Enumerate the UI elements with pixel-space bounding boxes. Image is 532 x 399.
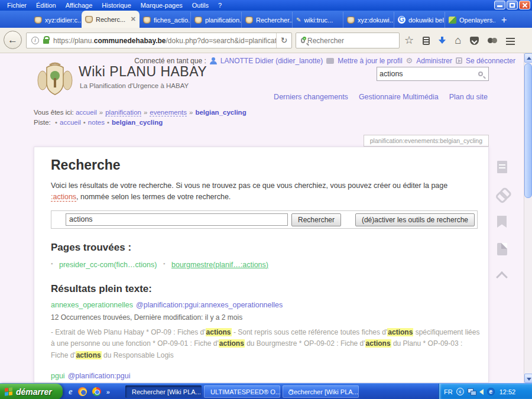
sitemap-link[interactable]: Plan du site bbox=[449, 93, 488, 101]
network-icon[interactable] bbox=[468, 388, 476, 395]
export-page-icon[interactable] bbox=[497, 161, 507, 173]
toolbar-icons: ☆ ⌂ bbox=[404, 33, 526, 48]
tab-close-icon[interactable]: ✕ bbox=[131, 15, 136, 23]
start-button[interactable]: démarrer bbox=[0, 384, 63, 399]
export-pdf-icon[interactable] bbox=[497, 243, 507, 255]
back-to-top-icon[interactable] bbox=[496, 271, 508, 283]
bullet-icon: ▪ bbox=[163, 260, 165, 268]
fulltext-heading: Résultats plein texte: bbox=[51, 283, 476, 295]
url-bar[interactable]: i https://planu.communedehabay.be/doku.p… bbox=[26, 33, 292, 48]
vertical-scrollbar[interactable] bbox=[524, 53, 532, 383]
crumb-evenements[interactable]: evenements bbox=[150, 109, 187, 116]
recent-changes-link[interactable]: Derniers changements bbox=[274, 93, 348, 101]
result-link-annexes[interactable]: annexes_operationnelles bbox=[51, 301, 133, 309]
firefox-icon[interactable] bbox=[78, 387, 87, 396]
crest-favicon bbox=[34, 17, 42, 24]
tab-openlayers[interactable]: Openlayers... bbox=[445, 12, 495, 28]
quick-launch-overflow-icon[interactable]: » bbox=[106, 388, 110, 395]
result-link-pgui[interactable]: pgui bbox=[51, 372, 65, 380]
google-favicon: G bbox=[398, 16, 406, 24]
reload-icon[interactable]: ↻ bbox=[276, 33, 291, 48]
page-link-bourgmestre[interactable]: bourgmestre(planif…:actions) bbox=[171, 259, 275, 271]
logout-link[interactable]: Se déconnecter bbox=[466, 57, 515, 65]
page-title: Recherche bbox=[51, 157, 476, 173]
trace-accueil[interactable]: accueil bbox=[60, 119, 81, 126]
result-snippet: - Extrait de Web Planu Habay * OP-09 : F… bbox=[51, 327, 480, 361]
volume-icon[interactable] bbox=[479, 389, 484, 395]
tab-planification[interactable]: planification... bbox=[190, 12, 241, 28]
menu-historique[interactable]: Historique bbox=[97, 2, 136, 9]
tab-fiches-actions[interactable]: fiches_actio... bbox=[140, 12, 190, 28]
menu-fichier[interactable]: Fichier bbox=[2, 2, 31, 9]
internet-explorer-icon[interactable]: e bbox=[69, 387, 73, 397]
menu-outils[interactable]: Outils bbox=[187, 2, 213, 9]
page-link-presider[interactable]: presider_cc-com(fich…ctions) bbox=[59, 259, 163, 271]
minimize-button[interactable] bbox=[494, 1, 505, 9]
https-lock-icon[interactable] bbox=[43, 39, 49, 44]
tab-dokuwiki-google[interactable]: Gdokuwiki bel... bbox=[394, 12, 445, 28]
logout-icon bbox=[456, 57, 462, 64]
trace-notes[interactable]: notes bbox=[88, 119, 105, 126]
restore-button[interactable] bbox=[507, 1, 518, 9]
page-search-input[interactable] bbox=[66, 213, 288, 226]
extension-icon[interactable] bbox=[488, 37, 497, 45]
task-buttons: Rechercher [Wiki PLA... ULTIMATESPEED® O… bbox=[125, 385, 359, 398]
tab-xyz-didier[interactable]: xyz:didier:c... bbox=[31, 12, 82, 28]
menu-edition[interactable]: Édition bbox=[31, 2, 61, 9]
task-ultimatespeed[interactable]: ULTIMATESPEED® O... bbox=[204, 385, 280, 398]
tab-wiki-truc[interactable]: ✎wiki:truc... bbox=[292, 12, 343, 28]
search-icon[interactable] bbox=[478, 72, 483, 76]
wiki-search-input[interactable] bbox=[377, 70, 478, 78]
create-page-link[interactable]: :actions bbox=[51, 193, 76, 202]
update-profile-link[interactable]: Mettre à jour le profil bbox=[338, 57, 402, 65]
site-nav-links: Derniers changements Gestionnaire Multim… bbox=[274, 93, 488, 101]
new-tab-button[interactable]: + bbox=[495, 12, 512, 28]
hamburger-menu-icon[interactable] bbox=[506, 38, 515, 39]
site-title[interactable]: Wiki PLANU HABAY bbox=[79, 64, 207, 80]
browser-window: Fichier Édition Affichage Historique Mar… bbox=[0, 0, 532, 399]
bookmark-star-icon[interactable]: ☆ bbox=[404, 33, 414, 48]
pages-found-list: ▪ presider_cc-com(fich…ctions) ▪ bourgme… bbox=[51, 259, 476, 271]
menu-aide[interactable]: ? bbox=[213, 2, 226, 9]
back-button[interactable]: ← bbox=[4, 31, 22, 49]
trace-belgian-cycling[interactable]: belgian_cycling bbox=[112, 119, 163, 126]
tab-rechercher[interactable]: Rechercher... bbox=[241, 12, 292, 28]
task-firefox-recherche[interactable]: Rechercher [Wiki PLA... bbox=[125, 385, 202, 398]
language-indicator[interactable]: FR bbox=[444, 388, 453, 395]
browser-search-input[interactable] bbox=[307, 37, 399, 45]
user-profile-link[interactable]: LANOTTE Didier (didier_lanotte) bbox=[220, 57, 323, 65]
highlight: actions bbox=[219, 339, 245, 348]
menu-affichage[interactable]: Affichage bbox=[61, 2, 98, 9]
search-tools-button[interactable]: (dé)activer les outils de recherche bbox=[355, 213, 475, 226]
save-bookmark-icon[interactable] bbox=[497, 216, 507, 228]
openlayers-favicon bbox=[449, 17, 456, 24]
task-chrome-recherche[interactable]: Rechercher [Wiki PLA... bbox=[283, 385, 359, 398]
hide-icons-chevron-icon[interactable]: ‹ bbox=[456, 388, 464, 395]
scroll-up-button[interactable] bbox=[524, 53, 532, 63]
scroll-down-button[interactable] bbox=[524, 374, 532, 383]
search-engine-icon[interactable]: + bbox=[301, 38, 305, 43]
scrollbar-thumb[interactable] bbox=[524, 63, 532, 198]
pocket-icon[interactable] bbox=[470, 37, 479, 45]
administer-link[interactable]: Administrer bbox=[416, 57, 452, 65]
permalink-icon[interactable] bbox=[493, 186, 511, 203]
home-icon[interactable]: ⌂ bbox=[455, 34, 461, 47]
tab-recherche-active[interactable]: Recherc...✕ bbox=[82, 11, 140, 28]
wiki-search-box[interactable] bbox=[377, 67, 489, 81]
tab-xyz-dokuwiki[interactable]: xyz:dokuwi... bbox=[343, 12, 394, 28]
crumb-accueil[interactable]: accueil bbox=[76, 109, 97, 116]
browser-search-box[interactable]: + bbox=[296, 33, 400, 48]
highlight: actions bbox=[76, 351, 102, 359]
library-icon[interactable] bbox=[423, 37, 430, 45]
messenger-icon[interactable]: e bbox=[487, 388, 495, 395]
media-manager-link[interactable]: Gestionnaire Multimédia bbox=[359, 93, 439, 101]
url-text[interactable]: https://planu.communedehabay.be/doku.php… bbox=[53, 37, 276, 45]
crumb-belgian-cycling[interactable]: belgian_cycling bbox=[195, 109, 246, 116]
search-submit-button[interactable]: Rechercher bbox=[291, 213, 341, 226]
menu-marque-pages[interactable]: Marque-pages bbox=[136, 2, 187, 9]
site-info-icon[interactable]: i bbox=[31, 37, 39, 44]
chrome-icon[interactable] bbox=[92, 387, 101, 396]
downloads-icon[interactable] bbox=[439, 37, 446, 45]
close-button[interactable] bbox=[519, 1, 530, 9]
crumb-planification[interactable]: planification bbox=[105, 109, 141, 116]
